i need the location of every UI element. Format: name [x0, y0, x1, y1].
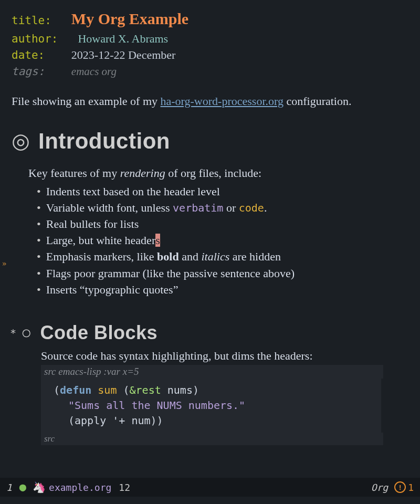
document-date: 2023-12-22 December	[71, 48, 176, 61]
flycheck-warnings[interactable]: ! 1	[394, 481, 414, 493]
bullet-icon: •	[37, 216, 41, 232]
verbatim-text: verbatim	[173, 202, 223, 214]
heading-bullet-icon: ○	[21, 324, 32, 342]
code-section-lead: Source code has syntax highlighting, but…	[41, 349, 408, 363]
list-item: •Real bullets for lists	[37, 216, 408, 232]
heading-text: Introduction	[38, 129, 170, 154]
list-item: •Emphasis markers, like bold and italics…	[37, 248, 408, 265]
unicorn-icon: 🦄	[33, 481, 46, 494]
window-number: 1	[6, 482, 12, 493]
document-tags: emacs org	[71, 65, 117, 78]
major-mode[interactable]: Org	[371, 482, 388, 493]
meta-title-line: title: My Org Example	[12, 7, 408, 30]
features-list: •Indents text based on the header level …	[37, 183, 408, 298]
intro-text-pre: File showing an example of my	[12, 94, 161, 108]
source-block-body[interactable]: (defun sum (&rest nums) "Sums all the NU…	[41, 379, 381, 433]
heading-star-icon: *	[10, 327, 16, 339]
warning-icon: !	[394, 481, 406, 493]
features-section: Key features of my rendering of org file…	[28, 166, 408, 298]
docstring: "Sums all the NUMS numbers."	[68, 399, 245, 412]
meta-author-line: author: Howard X. Abrams	[12, 30, 408, 47]
code-text: code	[239, 202, 264, 214]
source-block-footer: src	[41, 433, 383, 445]
heading-bullet-icon: ◎	[12, 131, 30, 152]
bullet-icon: •	[37, 183, 41, 200]
line-number: 12	[119, 482, 130, 493]
modeline[interactable]: 1 ● 🦄 example.org 12 Org ! 1	[0, 478, 420, 497]
heading-code-blocks[interactable]: * ○ Code Blocks	[12, 322, 408, 344]
meta-key-tags: tags:	[12, 65, 45, 78]
heading-introduction[interactable]: ◎ Introduction	[12, 129, 408, 154]
cursor: s	[155, 234, 160, 247]
fringe-indicator-icon: »	[2, 259, 6, 268]
bullet-icon: •	[37, 248, 41, 265]
bullet-icon: •	[37, 265, 41, 281]
source-block[interactable]: src emacs-lisp :var x=5 (defun sum (&res…	[41, 365, 408, 445]
meta-date-line: date: 2023-12-22 December	[12, 47, 408, 64]
bullet-icon: •	[37, 281, 41, 298]
editor-buffer[interactable]: title: My Org Example author: Howard X. …	[0, 0, 420, 477]
list-item: •Flags poor grammar (like the passive se…	[37, 265, 408, 281]
meta-key-title: title:	[12, 14, 51, 27]
features-lead: Key features of my rendering of org file…	[28, 166, 408, 180]
code-section: Source code has syntax highlighting, but…	[41, 349, 408, 445]
bullet-icon: •	[37, 200, 41, 216]
source-block-header: src emacs-lisp :var x=5	[41, 365, 383, 379]
list-item: •Large, but white headers	[37, 232, 408, 248]
meta-key-date: date:	[12, 49, 45, 61]
list-item: •Indents text based on the header level	[37, 183, 408, 200]
document-title: My Org Example	[71, 10, 188, 27]
list-item: •Inserts “typographic quotes”	[37, 281, 408, 298]
intro-paragraph: File showing an example of my ha-org-wor…	[12, 93, 408, 110]
intro-text-post: configuration.	[284, 94, 352, 108]
warning-count: 1	[408, 482, 414, 493]
document-author: Howard X. Abrams	[78, 32, 168, 45]
buffer-filename[interactable]: example.org	[49, 482, 111, 493]
config-link[interactable]: ha-org-word-processor.org	[161, 94, 284, 108]
heading-text: Code Blocks	[40, 322, 158, 344]
bullet-icon: •	[37, 232, 41, 248]
list-item: •Variable width font, unless verbatim or…	[37, 200, 408, 216]
meta-key-author: author:	[12, 33, 58, 45]
meta-tags-line: tags: emacs org	[12, 64, 408, 79]
